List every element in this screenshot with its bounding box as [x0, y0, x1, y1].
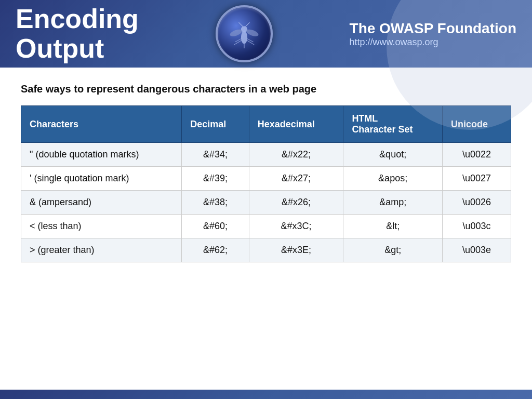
cell-hexadecimal: &#x26; — [249, 191, 343, 215]
table-row: > (greater than)&#62;&#x3E;&gt;\u003e — [21, 238, 511, 262]
col-header-decimal: Decimal — [182, 106, 249, 143]
table-row: " (double quotation marks)&#34;&#x22;&qu… — [21, 143, 511, 167]
org-name: The OWASP Foundation — [350, 20, 516, 37]
cell-hexadecimal: &#x3E; — [249, 238, 343, 262]
cell-decimal: &#38; — [182, 191, 249, 215]
cell-characters: & (ampersand) — [21, 191, 182, 215]
owasp-icon — [226, 16, 262, 52]
org-info: The OWASP Foundation http://www.owasp.or… — [350, 20, 516, 48]
table-row: ' (single quotation mark)&#39;&#x27;&apo… — [21, 167, 511, 191]
cell-decimal: &#62; — [182, 238, 249, 262]
cell-unicode: \u003c — [442, 215, 511, 238]
cell-html-charset: &gt; — [343, 238, 443, 262]
cell-hexadecimal: &#x27; — [249, 167, 343, 191]
org-url: http://www.owasp.org — [350, 37, 516, 48]
cell-decimal: &#34; — [182, 143, 249, 167]
svg-point-3 — [245, 28, 259, 37]
cell-characters: ' (single quotation mark) — [21, 167, 182, 191]
cell-unicode: \u0027 — [442, 167, 511, 191]
svg-line-8 — [246, 38, 253, 42]
cell-html-charset: &lt; — [343, 215, 443, 238]
svg-line-7 — [234, 40, 242, 45]
cell-unicode: \u0026 — [442, 191, 511, 215]
table-row: < (less than)&#60;&#x3C;&lt;\u003c — [21, 215, 511, 238]
footer-bar — [0, 390, 532, 399]
cell-unicode: \u0022 — [442, 143, 511, 167]
cell-html-charset: &apos; — [343, 167, 443, 191]
col-header-hexadecimal: Hexadecimal — [249, 106, 343, 143]
owasp-logo — [216, 5, 273, 62]
encoding-table: Characters Decimal Hexadecimal HTMLChara… — [21, 105, 511, 262]
cell-html-charset: &amp; — [343, 191, 443, 215]
cell-characters: > (greater than) — [21, 238, 182, 262]
header: Encoding Output — [0, 0, 532, 68]
cell-characters: " (double quotation marks) — [21, 143, 182, 167]
svg-line-6 — [235, 38, 242, 42]
cell-decimal: &#39; — [182, 167, 249, 191]
svg-point-2 — [229, 28, 243, 37]
cell-hexadecimal: &#x22; — [249, 143, 343, 167]
page-title: Encoding Output — [16, 4, 139, 63]
title-line2: Output — [16, 33, 104, 63]
svg-point-0 — [241, 31, 247, 44]
svg-line-5 — [245, 22, 249, 26]
svg-line-4 — [238, 22, 243, 26]
cell-hexadecimal: &#x3C; — [249, 215, 343, 238]
cell-html-charset: &quot; — [343, 143, 443, 167]
cell-unicode: \u003e — [442, 238, 511, 262]
table-row: & (ampersand)&#38;&#x26;&amp;\u0026 — [21, 191, 511, 215]
cell-characters: < (less than) — [21, 215, 182, 238]
cell-decimal: &#60; — [182, 215, 249, 238]
col-header-characters: Characters — [21, 106, 182, 143]
title-line1: Encoding — [16, 4, 139, 34]
logo-area — [139, 5, 350, 62]
svg-line-9 — [246, 40, 254, 45]
